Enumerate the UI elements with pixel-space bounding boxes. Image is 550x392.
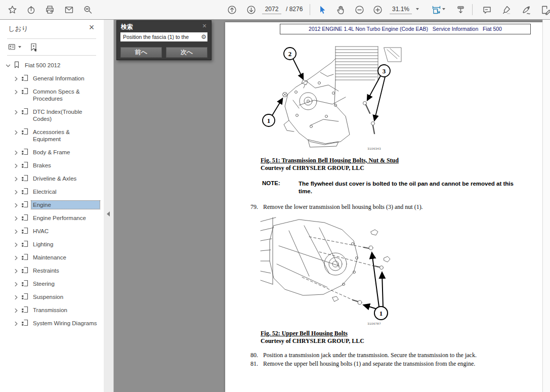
fit-page-dropdown-caret[interactable] — [442, 8, 445, 10]
search-next-button[interactable]: 次へ — [166, 47, 207, 58]
search-input[interactable] — [120, 32, 199, 41]
bookmark-item-suspension[interactable]: Suspension — [0, 290, 104, 303]
callout-2: 2 — [288, 50, 292, 58]
bookmark-item-transmission[interactable]: Transmission — [0, 303, 104, 317]
chevron-right-icon[interactable] — [13, 254, 20, 260]
bookmark-label: Restraints — [31, 267, 100, 275]
step-81: 81. Remove the upper bell housing bolts … — [250, 360, 475, 368]
email-icon[interactable] — [62, 3, 76, 17]
bookmark-item-common-specs-procedures[interactable]: Common Specs & Procedures — [0, 85, 104, 105]
panel-resize-strip[interactable] — [104, 19, 114, 392]
bookmark-item-general-information[interactable]: General Information — [0, 72, 104, 85]
bookmark-options-icon[interactable] — [8, 41, 21, 53]
chevron-right-icon[interactable] — [13, 88, 20, 95]
zoom-dropdown-caret[interactable] — [416, 8, 419, 10]
search-previous-button[interactable]: 前へ — [120, 47, 162, 58]
bookmark-page-icon — [21, 227, 29, 235]
bookmark-item-fiat-500-2012[interactable]: Fiat 500 2012 — [0, 59, 104, 72]
page-down-icon[interactable] — [244, 3, 258, 17]
bookmark-item-accessories-equipment[interactable]: Accessories & Equipment — [0, 125, 104, 146]
close-icon[interactable]: × — [201, 22, 208, 30]
chevron-right-icon[interactable] — [13, 293, 20, 300]
bookmark-tree: Fiat 500 2012General InformationCommon S… — [0, 59, 104, 392]
page-up-icon[interactable] — [225, 3, 239, 17]
bookmark-page-icon — [21, 267, 29, 274]
chevron-down-icon[interactable] — [5, 62, 12, 68]
bookmark-label: Maintenance — [31, 253, 100, 262]
bookmark-item-steering[interactable]: Steering — [0, 277, 104, 290]
chevron-right-icon[interactable] — [13, 241, 20, 247]
bookmark-item-maintenance[interactable]: Maintenance — [0, 251, 104, 264]
bookmark-label: Engine — [31, 201, 100, 209]
new-bookmark-icon[interactable] — [29, 41, 43, 53]
bookmark-label: System Wiring Diagrams — [31, 319, 100, 327]
collapse-panel-icon[interactable] — [106, 210, 111, 217]
chevron-right-icon[interactable] — [13, 214, 20, 221]
bookmark-page-icon — [21, 88, 29, 95]
chevron-right-icon[interactable] — [13, 228, 20, 234]
pdf-canvas[interactable]: 2012 ENGINE 1.4L Non Turbo Engine (Code … — [114, 19, 543, 392]
hand-tool-icon[interactable] — [333, 3, 348, 17]
step-79: 79. Remove the lower transmission bell h… — [250, 203, 423, 211]
bookmark-item-engine[interactable]: Engine — [0, 198, 104, 211]
note-label: NOTE: — [262, 180, 299, 195]
search-popup: 検索 × ⚙ 前へ 次へ — [116, 20, 211, 60]
scrolling-mode-icon[interactable] — [453, 3, 468, 17]
signature-icon[interactable] — [519, 3, 533, 17]
bookmark-item-hvac[interactable]: HVAC — [0, 225, 104, 238]
search-popup-title: 検索 — [121, 23, 133, 31]
bookmark-item-system-wiring-diagrams[interactable]: System Wiring Diagrams — [0, 317, 104, 330]
gear-icon[interactable]: ⚙ — [201, 33, 206, 41]
bookmark-item-driveline-axles[interactable]: Driveline & Axles — [0, 172, 104, 185]
chevron-right-icon[interactable] — [13, 162, 20, 168]
top-toolbar: 2072 / 8276 31.1% — [0, 0, 550, 20]
comment-icon[interactable] — [480, 3, 494, 17]
vertical-scrollbar[interactable] — [542, 19, 550, 392]
close-icon[interactable]: × — [87, 22, 97, 32]
zoom-level-input[interactable]: 31.1% — [390, 5, 412, 14]
chevron-right-icon[interactable] — [13, 201, 20, 208]
figure-51-diagram: 1 2 3 — [260, 45, 406, 148]
highlighter-icon[interactable] — [499, 3, 513, 17]
bookmark-page-icon — [21, 128, 29, 136]
bookmark-item-restraints[interactable]: Restraints — [0, 264, 104, 277]
search-icon[interactable] — [80, 3, 95, 17]
bookmark-item-engine-performance[interactable]: Engine Performance — [0, 211, 104, 225]
select-cursor-icon[interactable] — [315, 3, 329, 17]
chevron-right-icon[interactable] — [13, 267, 20, 274]
chevron-right-icon[interactable] — [13, 128, 20, 135]
bookmark-item-brakes[interactable]: Brakes — [0, 159, 104, 172]
figure-51-courtesy: Courtesy of CHRYSLER GROUP, LLC — [261, 164, 364, 172]
note-text: The flywheel dust cover is bolted to the… — [299, 180, 520, 195]
bookmark-icon — [13, 61, 21, 69]
bookmark-label: Suspension — [31, 293, 100, 301]
print-icon[interactable] — [43, 3, 57, 17]
divider — [7, 55, 96, 56]
bookmark-page-icon — [21, 240, 29, 248]
chevron-right-icon[interactable] — [13, 108, 20, 115]
edit-document-icon[interactable] — [538, 3, 550, 17]
share-upload-icon[interactable] — [24, 3, 38, 17]
zoom-out-icon[interactable] — [352, 3, 366, 17]
chevron-right-icon[interactable] — [13, 175, 20, 182]
bookmark-item-lighting[interactable]: Lighting — [0, 238, 104, 251]
zoom-in-icon[interactable] — [370, 3, 385, 17]
doc-header: 2012 ENGINE 1.4L Non Turbo Engine (Code … — [280, 24, 531, 34]
chevron-right-icon[interactable] — [13, 149, 20, 155]
options-dropdown-caret[interactable] — [18, 46, 21, 48]
toolbar-divider — [472, 4, 473, 15]
chevron-right-icon[interactable] — [13, 75, 20, 81]
star-icon[interactable] — [5, 3, 19, 17]
bookmark-item-dtc-index-trouble-codes[interactable]: DTC Index(Trouble Codes) — [0, 105, 104, 125]
fit-page-icon[interactable] — [429, 3, 443, 17]
bookmark-item-electrical[interactable]: Electrical — [0, 185, 104, 198]
chevron-right-icon[interactable] — [13, 307, 20, 313]
chevron-right-icon[interactable] — [13, 320, 20, 326]
figure-51-id: 3106343 — [260, 147, 381, 150]
chevron-right-icon[interactable] — [13, 188, 20, 195]
bookmark-item-body-frame[interactable]: Body & Frame — [0, 146, 104, 159]
page-number-input[interactable]: 2072 — [262, 5, 281, 14]
chevron-right-icon[interactable] — [13, 280, 20, 287]
note-block: NOTE: The flywheel dust cover is bolted … — [262, 180, 520, 195]
search-input-wrap: ⚙ — [120, 32, 207, 41]
